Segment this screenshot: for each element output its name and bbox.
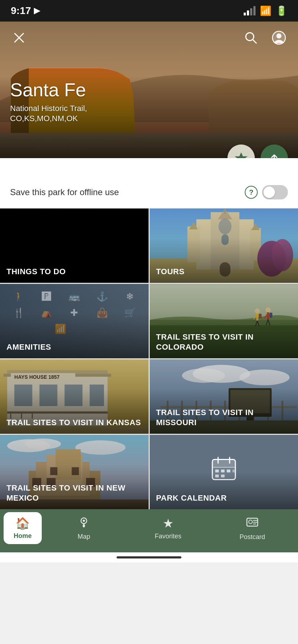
missouri-label: TRAIL SITES TO VISIT IN MISSOURI [156,408,292,427]
postcard-label: Postcard [239,533,265,541]
home-bar [117,556,181,558]
content-grid: S.R. Gold fix B.S. THINGS TO DO [0,208,298,509]
kansas-label: TRAIL SITES TO VISIT IN KANSAS [6,418,142,428]
svg-line-6 [253,40,256,43]
offline-row: Save this park for offline use ? [0,178,298,208]
status-icons: 📶 🔋 [244,5,287,17]
hero-action-buttons [227,144,288,158]
amenities-label: AMENITIES [6,342,142,352]
nav-home[interactable]: 🏠 Home [4,512,42,544]
park-calendar-card[interactable]: PARK CALENDAR [150,435,298,509]
hero-text: Santa Fe National Historic Trail, CO,KS,… [10,79,87,124]
close-button[interactable] [10,29,28,47]
amenities-card[interactable]: 🚶 🅿 🚌 ⚓ ❄ 🍴 ⛺ ✚ 👜 🛒 📶 AMENITIES [0,284,149,358]
share-button[interactable] [261,144,288,158]
svg-point-110 [83,520,85,522]
offline-label: Save this park for offline use [10,187,240,197]
profile-button[interactable] [270,29,288,47]
tours-card[interactable]: TOURS [150,208,298,283]
park-title: Santa Fe [10,79,87,101]
postcard-icon [246,515,259,531]
nav-map[interactable]: Map [42,516,126,540]
time-display: 9:17 [11,5,31,17]
hero-top-right [242,29,288,47]
status-bar: 9:17 ▶ 📶 🔋 [0,0,298,22]
svg-point-8 [276,33,281,38]
tours-label: TOURS [156,267,292,277]
new-mexico-label: TRAIL SITES TO VISIT IN NEW MEXICO [6,483,142,503]
home-icon: 🏠 [15,516,30,530]
svg-point-112 [249,520,252,524]
favorites-icon: ★ [163,516,173,530]
wifi-icon: 📶 [260,5,271,17]
svg-marker-9 [235,152,248,158]
bottom-nav: 🏠 Home Map ★ Favorites Postcard [0,509,298,552]
things-to-do-card[interactable]: S.R. Gold fix B.S. THINGS TO DO [0,208,149,283]
help-button[interactable]: ? [245,186,258,199]
hero-section: Santa Fe National Historic Trail, CO,KS,… [0,22,298,158]
kansas-card[interactable]: HAYS HOUSE 1857 TRAIL SITES TO VISIT IN … [0,359,149,434]
offline-toggle[interactable] [262,185,288,199]
navigation-icon: ▶ [34,6,40,15]
search-button[interactable] [242,29,260,47]
map-label: Map [78,533,90,540]
battery-icon: 🔋 [276,5,287,17]
home-indicator [0,552,298,562]
hero-controls [0,29,298,47]
home-label: Home [14,532,32,540]
park-calendar-label: PARK CALENDAR [156,493,292,503]
favorite-button[interactable] [227,144,255,158]
main-content: Save this park for offline use ? S.R. [0,158,298,509]
map-icon [78,516,90,531]
new-mexico-card[interactable]: TRAIL SITES TO VISIT IN NEW MEXICO [0,435,149,509]
park-subtitle: National Historic Trail, CO,KS,MO,NM,OK [10,104,87,124]
signal-strength [244,6,256,15]
things-to-do-label: THINGS TO DO [6,267,142,277]
colorado-card[interactable]: TRAIL SITES TO VISIT IN COLORADO [150,284,298,358]
nav-favorites[interactable]: ★ Favorites [126,516,210,540]
toggle-knob [263,187,275,198]
favorites-label: Favorites [155,533,181,540]
nav-postcard[interactable]: Postcard [210,515,294,541]
colorado-label: TRAIL SITES TO VISIT IN COLORADO [156,332,292,352]
missouri-card[interactable]: TRAIL SITES TO VISIT IN MISSOURI [150,359,298,434]
status-time: 9:17 ▶ [11,5,40,17]
